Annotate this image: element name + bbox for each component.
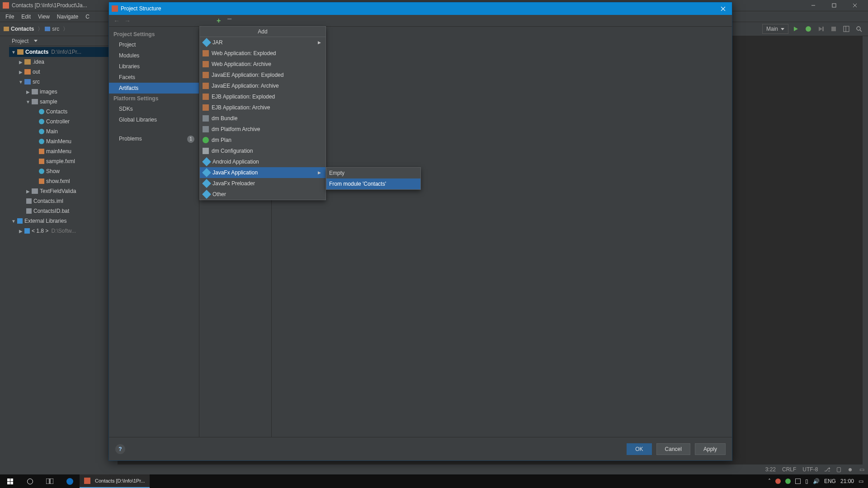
menu-dm-bundle[interactable]: dm Bundle <box>200 113 326 124</box>
taskbar-search[interactable] <box>20 474 40 488</box>
add-artifact-button[interactable]: + <box>217 17 221 25</box>
run-config-dropdown[interactable]: Main <box>762 24 788 34</box>
diamond-icon <box>202 168 211 177</box>
menu-javafx-app[interactable]: JavaFx Application▶ <box>200 167 326 178</box>
menu-file[interactable]: File <box>2 14 18 20</box>
menu-javafx-preloader[interactable]: JavaFx Preloader <box>200 178 326 189</box>
tree-item[interactable]: images <box>9 87 118 97</box>
tree-item[interactable]: sample.fxml <box>9 156 118 166</box>
breadcrumb-src[interactable]: src <box>52 26 59 32</box>
close-window-button[interactable] <box>844 0 865 11</box>
git-branch-icon[interactable]: ⎇ <box>824 466 830 473</box>
inspection-icon[interactable]: ☻ <box>847 466 853 473</box>
stop-button[interactable] <box>828 24 839 34</box>
memory-icon[interactable]: ▭ <box>859 466 864 473</box>
sidebar-modules[interactable]: Modules <box>109 50 199 61</box>
clock[interactable]: 21:00 <box>840 478 854 484</box>
back-button[interactable]: ← <box>113 17 120 24</box>
debug-button[interactable] <box>803 24 814 34</box>
run-button[interactable] <box>790 24 801 34</box>
sidebar-sdks[interactable]: SDKs <box>109 103 199 114</box>
menu-other[interactable]: Other <box>200 189 326 200</box>
menu-jee-archive[interactable]: JavaEE Application: Archive <box>200 80 326 91</box>
ok-button[interactable]: OK <box>627 443 651 455</box>
help-button[interactable]: ? <box>115 444 125 454</box>
menu-ejb-exploded[interactable]: EJB Application: Exploded <box>200 91 326 102</box>
sidebar-libraries[interactable]: Libraries <box>109 61 199 72</box>
start-button[interactable] <box>0 474 20 488</box>
tree-item[interactable]: < 1.8 >D:\Softw... <box>9 226 118 236</box>
tree-item[interactable]: Main <box>9 127 118 136</box>
menu-navigate[interactable]: Navigate <box>53 14 82 20</box>
tree-item[interactable]: out <box>9 67 118 77</box>
line-sep[interactable]: CRLF <box>782 466 796 473</box>
right-gutter[interactable] <box>863 36 868 474</box>
tree-project-root[interactable]: ContactsD:\Info\1Pr... <box>9 47 118 57</box>
menu-jar[interactable]: JAR▶ <box>200 37 326 48</box>
tree-item[interactable]: ContactsID.bat <box>9 206 118 216</box>
submenu-empty[interactable]: Empty <box>326 168 420 178</box>
tree-item[interactable]: src <box>9 77 118 87</box>
tree-item[interactable]: sample <box>9 97 118 107</box>
tree-item[interactable]: Controller <box>9 117 118 127</box>
lock-icon[interactable] <box>837 467 841 472</box>
sidebar-facets[interactable]: Facets <box>109 72 199 83</box>
tree-item[interactable]: show.fxml <box>9 176 118 186</box>
volume-icon[interactable]: 🔊 <box>813 478 820 484</box>
breadcrumb-project[interactable]: Contacts <box>11 26 34 32</box>
dialog-close-button[interactable] <box>717 2 729 15</box>
menu-web-exploded[interactable]: Web Application: Exploded <box>200 48 326 59</box>
menu-more[interactable]: C <box>82 14 93 20</box>
tray-icon[interactable] <box>775 479 781 484</box>
sidebar-problems[interactable]: Problems1 <box>109 133 199 144</box>
tree-item[interactable]: TextFieldValida <box>9 186 118 196</box>
dialog-titlebar[interactable]: Project Structure <box>109 2 732 15</box>
menu-android[interactable]: Android Application <box>200 156 326 167</box>
tree-item[interactable]: Contacts <box>9 107 118 117</box>
caret-down-icon[interactable] <box>34 40 38 42</box>
menu-ejb-archive[interactable]: EJB Application: Archive <box>200 102 326 113</box>
tree-item[interactable]: Contacts.iml <box>9 196 118 206</box>
tray-chevron-up-icon[interactable]: ˄ <box>768 478 771 484</box>
minimize-button[interactable] <box>803 0 824 11</box>
tray-icon[interactable] <box>795 479 801 484</box>
tree-item[interactable]: Show <box>9 166 118 176</box>
submenu-from-module[interactable]: From module 'Contacts' <box>326 178 420 189</box>
caret-position[interactable]: 3:22 <box>765 466 776 473</box>
menu-dm-config[interactable]: dm Configuration <box>200 145 326 156</box>
project-tool-label[interactable]: Project <box>12 38 28 44</box>
forward-button[interactable]: → <box>124 17 131 24</box>
tree-item[interactable]: mainMenu <box>9 146 118 156</box>
battery-icon[interactable]: ▯ <box>805 478 808 484</box>
sidebar-project[interactable]: Project <box>109 39 199 50</box>
menu-edit[interactable]: Edit <box>18 14 34 20</box>
layout-button[interactable] <box>841 24 852 34</box>
taskbar-intellij[interactable]: Contacts [D:\Info\1Pr... <box>80 474 150 488</box>
sidebar-global-libraries[interactable]: Global Libraries <box>109 114 199 125</box>
menu-jee-exploded[interactable]: JavaEE Application: Exploded <box>200 70 326 80</box>
cancel-button[interactable]: Cancel <box>656 443 690 455</box>
archive-icon <box>203 83 209 89</box>
task-view[interactable] <box>40 474 60 488</box>
menu-dm-plan[interactable]: dm Plan <box>200 135 326 145</box>
menu-dm-platform[interactable]: dm Platform Archive <box>200 124 326 135</box>
remove-artifact-button[interactable]: − <box>227 17 232 25</box>
encoding[interactable]: UTF-8 <box>802 466 818 473</box>
language-indicator[interactable]: ENG <box>824 478 836 484</box>
menu-web-archive[interactable]: Web Application: Archive <box>200 59 326 70</box>
tray-icon[interactable] <box>785 479 791 484</box>
taskbar-edge[interactable] <box>60 474 80 488</box>
intellij-icon <box>84 478 90 484</box>
tree-item[interactable]: .idea <box>9 57 118 67</box>
menu-view[interactable]: View <box>34 14 53 20</box>
search-everywhere-button[interactable] <box>854 24 864 34</box>
sidebar-artifacts[interactable]: Artifacts <box>109 83 199 94</box>
action-center-icon[interactable]: ▭ <box>859 478 863 484</box>
tree-external-libraries[interactable]: External Libraries <box>9 216 118 226</box>
maximize-button[interactable] <box>824 0 844 11</box>
run-coverage-button[interactable] <box>816 24 826 34</box>
tree-item[interactable]: MainMenu <box>9 136 118 146</box>
left-gutter[interactable] <box>0 36 9 474</box>
project-tree[interactable]: ContactsD:\Info\1Pr... .idea out src ima… <box>9 46 118 474</box>
apply-button[interactable]: Apply <box>695 443 726 455</box>
